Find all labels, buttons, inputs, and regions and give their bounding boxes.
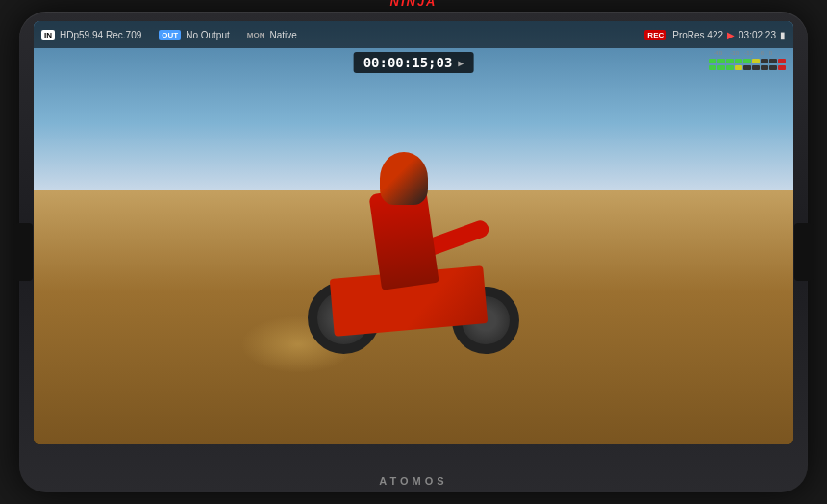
device-body: NINJA bbox=[19, 12, 808, 492]
rider-scene bbox=[240, 85, 587, 392]
screen: IN HDp59.94 Rec.709 OUT No Output MON Na… bbox=[34, 21, 793, 444]
rider-helmet bbox=[380, 152, 428, 205]
model-label: NINJA bbox=[389, 0, 437, 9]
bike-body bbox=[288, 239, 519, 354]
video-content: IN HDp59.94 Rec.709 OUT No Output MON Na… bbox=[34, 21, 793, 444]
brand-label: ATOMOS bbox=[379, 475, 447, 487]
